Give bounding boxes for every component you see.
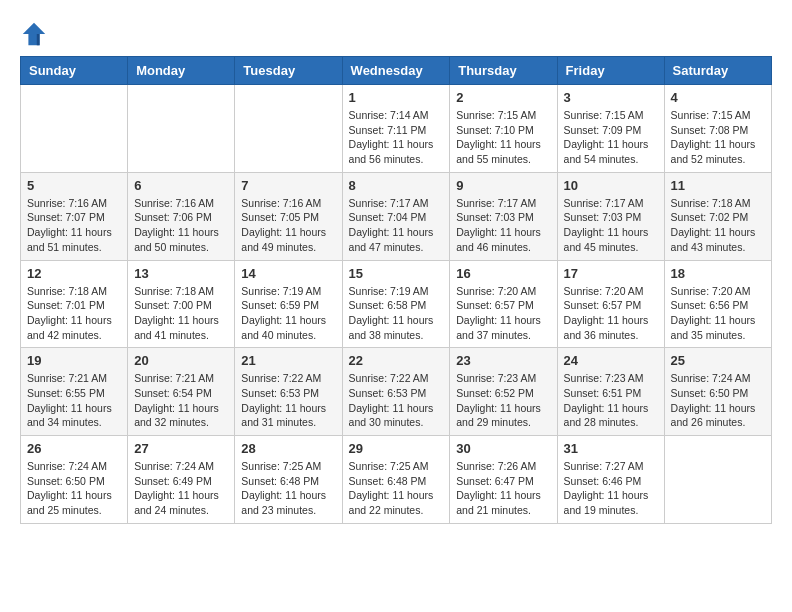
day-number: 14 [241,266,335,281]
day-number: 2 [456,90,550,105]
day-info: Sunrise: 7:27 AM Sunset: 6:46 PM Dayligh… [564,459,658,518]
day-info: Sunrise: 7:17 AM Sunset: 7:04 PM Dayligh… [349,196,444,255]
column-header-wednesday: Wednesday [342,57,450,85]
column-header-sunday: Sunday [21,57,128,85]
calendar-cell: 6Sunrise: 7:16 AM Sunset: 7:06 PM Daylig… [128,172,235,260]
day-number: 9 [456,178,550,193]
day-number: 6 [134,178,228,193]
calendar-cell: 3Sunrise: 7:15 AM Sunset: 7:09 PM Daylig… [557,85,664,173]
day-number: 30 [456,441,550,456]
calendar-cell: 19Sunrise: 7:21 AM Sunset: 6:55 PM Dayli… [21,348,128,436]
day-info: Sunrise: 7:23 AM Sunset: 6:51 PM Dayligh… [564,371,658,430]
calendar-week-row: 26Sunrise: 7:24 AM Sunset: 6:50 PM Dayli… [21,436,772,524]
day-number: 27 [134,441,228,456]
day-info: Sunrise: 7:15 AM Sunset: 7:08 PM Dayligh… [671,108,765,167]
logo [20,20,52,48]
calendar-cell: 11Sunrise: 7:18 AM Sunset: 7:02 PM Dayli… [664,172,771,260]
calendar-cell: 16Sunrise: 7:20 AM Sunset: 6:57 PM Dayli… [450,260,557,348]
day-info: Sunrise: 7:20 AM Sunset: 6:57 PM Dayligh… [564,284,658,343]
calendar-week-row: 1Sunrise: 7:14 AM Sunset: 7:11 PM Daylig… [21,85,772,173]
day-number: 16 [456,266,550,281]
calendar-cell: 5Sunrise: 7:16 AM Sunset: 7:07 PM Daylig… [21,172,128,260]
day-info: Sunrise: 7:22 AM Sunset: 6:53 PM Dayligh… [241,371,335,430]
day-info: Sunrise: 7:25 AM Sunset: 6:48 PM Dayligh… [241,459,335,518]
day-info: Sunrise: 7:26 AM Sunset: 6:47 PM Dayligh… [456,459,550,518]
calendar-cell: 18Sunrise: 7:20 AM Sunset: 6:56 PM Dayli… [664,260,771,348]
day-info: Sunrise: 7:20 AM Sunset: 6:56 PM Dayligh… [671,284,765,343]
day-number: 21 [241,353,335,368]
column-header-saturday: Saturday [664,57,771,85]
day-number: 11 [671,178,765,193]
day-number: 12 [27,266,121,281]
day-number: 3 [564,90,658,105]
day-info: Sunrise: 7:17 AM Sunset: 7:03 PM Dayligh… [456,196,550,255]
calendar-cell: 21Sunrise: 7:22 AM Sunset: 6:53 PM Dayli… [235,348,342,436]
day-number: 10 [564,178,658,193]
svg-marker-0 [23,23,45,45]
day-number: 13 [134,266,228,281]
calendar-cell [21,85,128,173]
calendar-cell: 10Sunrise: 7:17 AM Sunset: 7:03 PM Dayli… [557,172,664,260]
column-header-thursday: Thursday [450,57,557,85]
calendar-cell [128,85,235,173]
calendar-cell: 24Sunrise: 7:23 AM Sunset: 6:51 PM Dayli… [557,348,664,436]
day-info: Sunrise: 7:15 AM Sunset: 7:09 PM Dayligh… [564,108,658,167]
day-number: 28 [241,441,335,456]
day-number: 22 [349,353,444,368]
day-info: Sunrise: 7:16 AM Sunset: 7:07 PM Dayligh… [27,196,121,255]
day-info: Sunrise: 7:17 AM Sunset: 7:03 PM Dayligh… [564,196,658,255]
day-number: 1 [349,90,444,105]
calendar-cell: 27Sunrise: 7:24 AM Sunset: 6:49 PM Dayli… [128,436,235,524]
calendar-header-row: SundayMondayTuesdayWednesdayThursdayFrid… [21,57,772,85]
page-header [20,20,772,48]
day-info: Sunrise: 7:21 AM Sunset: 6:54 PM Dayligh… [134,371,228,430]
day-number: 25 [671,353,765,368]
day-info: Sunrise: 7:18 AM Sunset: 7:02 PM Dayligh… [671,196,765,255]
calendar-cell: 29Sunrise: 7:25 AM Sunset: 6:48 PM Dayli… [342,436,450,524]
day-info: Sunrise: 7:14 AM Sunset: 7:11 PM Dayligh… [349,108,444,167]
calendar-cell: 25Sunrise: 7:24 AM Sunset: 6:50 PM Dayli… [664,348,771,436]
day-number: 4 [671,90,765,105]
day-number: 24 [564,353,658,368]
day-info: Sunrise: 7:21 AM Sunset: 6:55 PM Dayligh… [27,371,121,430]
calendar-cell: 14Sunrise: 7:19 AM Sunset: 6:59 PM Dayli… [235,260,342,348]
calendar-cell: 4Sunrise: 7:15 AM Sunset: 7:08 PM Daylig… [664,85,771,173]
day-number: 23 [456,353,550,368]
day-info: Sunrise: 7:24 AM Sunset: 6:50 PM Dayligh… [671,371,765,430]
calendar-week-row: 5Sunrise: 7:16 AM Sunset: 7:07 PM Daylig… [21,172,772,260]
calendar-week-row: 12Sunrise: 7:18 AM Sunset: 7:01 PM Dayli… [21,260,772,348]
day-info: Sunrise: 7:18 AM Sunset: 7:00 PM Dayligh… [134,284,228,343]
day-number: 8 [349,178,444,193]
day-info: Sunrise: 7:16 AM Sunset: 7:06 PM Dayligh… [134,196,228,255]
day-info: Sunrise: 7:15 AM Sunset: 7:10 PM Dayligh… [456,108,550,167]
calendar-week-row: 19Sunrise: 7:21 AM Sunset: 6:55 PM Dayli… [21,348,772,436]
calendar-cell: 23Sunrise: 7:23 AM Sunset: 6:52 PM Dayli… [450,348,557,436]
calendar-cell: 28Sunrise: 7:25 AM Sunset: 6:48 PM Dayli… [235,436,342,524]
day-number: 19 [27,353,121,368]
day-info: Sunrise: 7:24 AM Sunset: 6:49 PM Dayligh… [134,459,228,518]
day-number: 5 [27,178,121,193]
day-number: 20 [134,353,228,368]
day-info: Sunrise: 7:16 AM Sunset: 7:05 PM Dayligh… [241,196,335,255]
column-header-tuesday: Tuesday [235,57,342,85]
calendar-cell: 31Sunrise: 7:27 AM Sunset: 6:46 PM Dayli… [557,436,664,524]
calendar-cell: 7Sunrise: 7:16 AM Sunset: 7:05 PM Daylig… [235,172,342,260]
day-info: Sunrise: 7:19 AM Sunset: 6:59 PM Dayligh… [241,284,335,343]
day-number: 31 [564,441,658,456]
column-header-friday: Friday [557,57,664,85]
calendar-cell: 17Sunrise: 7:20 AM Sunset: 6:57 PM Dayli… [557,260,664,348]
logo-icon [20,20,48,48]
calendar-table: SundayMondayTuesdayWednesdayThursdayFrid… [20,56,772,524]
day-info: Sunrise: 7:19 AM Sunset: 6:58 PM Dayligh… [349,284,444,343]
day-number: 15 [349,266,444,281]
day-info: Sunrise: 7:23 AM Sunset: 6:52 PM Dayligh… [456,371,550,430]
calendar-cell: 12Sunrise: 7:18 AM Sunset: 7:01 PM Dayli… [21,260,128,348]
calendar-cell: 26Sunrise: 7:24 AM Sunset: 6:50 PM Dayli… [21,436,128,524]
day-info: Sunrise: 7:20 AM Sunset: 6:57 PM Dayligh… [456,284,550,343]
day-info: Sunrise: 7:22 AM Sunset: 6:53 PM Dayligh… [349,371,444,430]
calendar-cell [664,436,771,524]
calendar-cell: 8Sunrise: 7:17 AM Sunset: 7:04 PM Daylig… [342,172,450,260]
calendar-cell: 15Sunrise: 7:19 AM Sunset: 6:58 PM Dayli… [342,260,450,348]
calendar-cell: 22Sunrise: 7:22 AM Sunset: 6:53 PM Dayli… [342,348,450,436]
calendar-cell [235,85,342,173]
